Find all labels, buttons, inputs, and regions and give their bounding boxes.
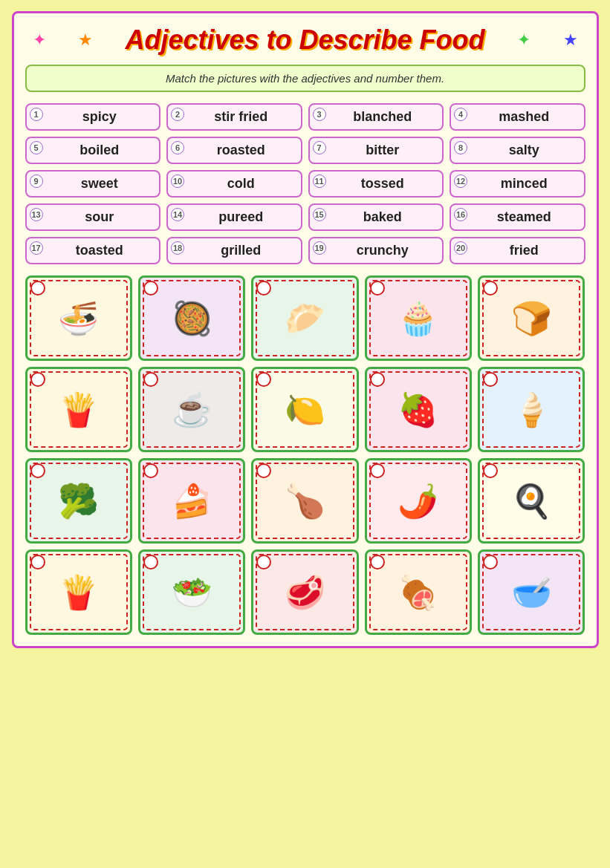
adj-word-12: minced: [501, 176, 548, 191]
food-card-10: 🍦: [478, 367, 585, 452]
food-image-egg: 🍳: [502, 471, 561, 531]
food-card-18: 🥩: [251, 549, 358, 635]
adj-word-17: toasted: [76, 243, 123, 258]
food-card-17: 🥗: [138, 549, 245, 635]
adjective-item-6: 6roasted: [166, 137, 302, 164]
food-card-2: 🥘: [138, 275, 245, 361]
main-page: ✦ ★ Adjectives to Describe Food ✦ ★ Matc…: [12, 11, 599, 648]
adjective-item-15: 15baked: [308, 203, 444, 231]
answer-circle-6: [30, 372, 45, 387]
adj-word-20: fried: [510, 243, 539, 258]
food-card-11: 🥦: [25, 458, 132, 544]
adj-number-11: 11: [313, 174, 326, 188]
adj-number-16: 16: [454, 208, 467, 221]
food-image-roasted-chicken: 🍖: [389, 563, 448, 622]
food-card-8: 🍋: [251, 367, 358, 452]
adj-word-11: tossed: [361, 176, 404, 191]
adj-number-6: 6: [171, 141, 184, 154]
food-image-lemon: 🍋: [275, 380, 334, 440]
adj-word-5: boiled: [80, 143, 119, 157]
adj-word-14: pureed: [218, 209, 263, 224]
star-icon-4: ★: [563, 30, 578, 50]
answer-circle-19: [370, 555, 385, 570]
food-image-salad: 🥗: [162, 563, 221, 622]
food-image-jam: 🍓: [389, 380, 448, 440]
adj-number-14: 14: [171, 208, 184, 221]
food-card-13: 🍗: [251, 458, 358, 544]
adjective-item-13: 13sour: [25, 203, 161, 231]
adjective-item-11: 11tossed: [308, 170, 444, 198]
adjective-item-3: 3blanched: [308, 103, 444, 131]
adjective-item-18: 18grilled: [166, 237, 302, 264]
adj-number-10: 10: [171, 174, 184, 188]
adj-number-8: 8: [454, 141, 467, 154]
stars-row: ✦ ★ Adjectives to Describe Food ✦ ★: [25, 25, 585, 56]
answer-circle-10: [483, 372, 498, 387]
food-image-mashed-potato: 🥣: [502, 563, 561, 622]
adjective-item-1: 1spicy: [25, 103, 161, 131]
adjective-item-16: 16steamed: [450, 203, 585, 231]
adj-number-5: 5: [30, 141, 43, 154]
food-card-20: 🥣: [478, 549, 585, 635]
answer-circle-1: [30, 281, 45, 296]
adj-number-17: 17: [30, 241, 43, 255]
images-grid: 🍜 🥘 🥟 🧁 🍞 🍟: [25, 275, 585, 635]
adj-word-18: grilled: [221, 243, 261, 258]
answer-circle-12: [143, 463, 158, 478]
answer-circle-3: [256, 281, 271, 296]
answer-circle-15: [483, 463, 498, 478]
adj-number-4: 4: [454, 108, 467, 121]
food-card-9: 🍓: [365, 367, 472, 452]
food-image-bread: 🍞: [502, 289, 561, 348]
food-image-fries: 🍟: [49, 380, 108, 440]
star-icon-1: ✦: [33, 30, 46, 50]
food-card-6: 🍟: [25, 367, 132, 452]
adjective-item-7: 7bitter: [308, 137, 444, 164]
food-card-3: 🥟: [251, 275, 358, 361]
adjective-item-9: 9sweet: [25, 170, 161, 198]
food-image-dumplings: 🥟: [275, 289, 334, 348]
food-image-cake: 🍰: [162, 471, 221, 531]
food-card-14: 🌶️: [365, 458, 472, 544]
answer-circle-11: [30, 463, 45, 478]
answer-circle-5: [483, 281, 498, 296]
food-image-meat: 🥩: [275, 563, 334, 622]
adj-number-2: 2: [171, 108, 184, 121]
answer-circle-13: [256, 463, 271, 478]
food-image-stir-fry-pan: 🥘: [162, 289, 221, 348]
instruction-text: Match the pictures with the adjectives a…: [166, 72, 444, 85]
answer-circle-16: [30, 555, 45, 570]
adj-number-13: 13: [30, 208, 43, 221]
answer-circle-20: [483, 555, 498, 570]
adjective-item-19: 19crunchy: [308, 237, 444, 264]
food-image-french-fries: 🍟: [49, 563, 108, 622]
food-image-chicken: 🍗: [275, 471, 334, 531]
answer-circle-8: [256, 372, 271, 387]
answer-circle-2: [143, 281, 158, 296]
adj-number-20: 20: [454, 241, 467, 255]
title-area: ✦ ★ Adjectives to Describe Food ✦ ★: [25, 25, 585, 56]
food-card-15: 🍳: [478, 458, 585, 544]
adjective-item-14: 14pureed: [166, 203, 302, 231]
food-card-16: 🍟: [25, 549, 132, 635]
answer-circle-18: [256, 555, 271, 570]
adj-number-12: 12: [454, 174, 467, 188]
adj-word-16: steamed: [497, 209, 551, 224]
adj-number-19: 19: [313, 241, 326, 255]
adjective-item-17: 17toasted: [25, 237, 161, 264]
adj-word-7: bitter: [366, 143, 399, 157]
adjective-item-20: 20fried: [450, 237, 585, 264]
adj-word-13: sour: [85, 209, 114, 224]
adj-word-4: mashed: [499, 109, 549, 124]
adjective-item-12: 12minced: [450, 170, 585, 198]
food-image-ice-cream: 🍦: [502, 380, 561, 440]
food-card-1: 🍜: [25, 275, 132, 361]
food-image-coffee: ☕: [162, 380, 221, 440]
food-image-broccoli: 🥦: [49, 471, 108, 531]
adj-number-1: 1: [30, 108, 43, 121]
adjective-item-4: 4mashed: [450, 103, 585, 131]
adj-word-6: roasted: [217, 143, 265, 157]
adj-number-9: 9: [30, 174, 43, 188]
adj-word-3: blanched: [353, 109, 412, 124]
food-card-5: 🍞: [478, 275, 585, 361]
